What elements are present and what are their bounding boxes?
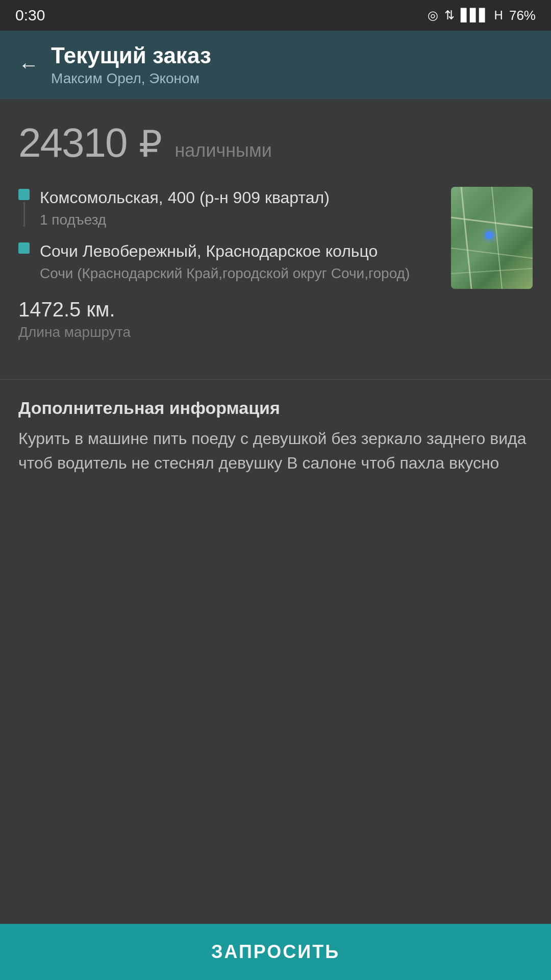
bottom-button-wrap: ЗАПРОСИТЬ [0, 924, 551, 980]
origin-dot [18, 189, 30, 200]
main-content: 24310 ₽ наличными Комсомольская, 400 (р-… [0, 99, 551, 361]
network-type-icon: H [494, 8, 503, 22]
route-destination: Сочи Левобережный, Краснодарское кольцо … [18, 240, 439, 282]
map-roads-svg [451, 187, 533, 289]
section-divider [0, 379, 551, 380]
header: ← Текущий заказ Максим Орел, Эконом [0, 31, 551, 99]
route-origin: Комсомольская, 400 (р-н 909 квартал) 1 п… [18, 187, 439, 228]
svg-line-1 [451, 217, 533, 228]
price-currency: ₽ [139, 122, 162, 165]
origin-icon-wrap [18, 187, 30, 227]
page-title: Текущий заказ [51, 43, 211, 68]
destination-address: Сочи Левобережный, Краснодарское кольцо [40, 240, 439, 262]
additional-info-text: Курить в машине пить поеду с девушкой бе… [18, 426, 533, 475]
status-bar: 0:30 ◎ ⇅ ▋▋▋ H 76% [0, 0, 551, 31]
header-text: Текущий заказ Максим Орел, Эконом [51, 43, 211, 87]
additional-info-title: Дополнительная информация [18, 398, 533, 418]
location-icon: ◎ [428, 8, 438, 22]
price-method: наличными [174, 140, 271, 161]
back-button[interactable]: ← [18, 55, 39, 75]
distance-section: 1472.5 км. Длина маршрута [18, 298, 439, 340]
route-connector-line [23, 202, 25, 227]
origin-info: Комсомольская, 400 (р-н 909 квартал) 1 п… [40, 187, 439, 228]
status-icons: ◎ ⇅ ▋▋▋ H 76% [428, 8, 536, 23]
origin-address: Комсомольская, 400 (р-н 909 квартал) [40, 187, 439, 209]
price-amount: 24310 [18, 119, 127, 166]
request-button[interactable]: ЗАПРОСИТЬ [0, 924, 551, 980]
destination-detail: Сочи (Краснодарский Край,городской округ… [40, 265, 439, 282]
page-subtitle: Максим Орел, Эконом [51, 70, 211, 87]
svg-point-6 [482, 228, 496, 242]
svg-line-4 [451, 268, 533, 274]
distance-value: 1472.5 км. [18, 298, 439, 321]
map-background [451, 187, 533, 289]
distance-label: Длина маршрута [18, 324, 439, 340]
route-map-container: Комсомольская, 400 (р-н 909 квартал) 1 п… [18, 187, 533, 340]
status-time: 0:30 [15, 7, 45, 24]
map-thumbnail[interactable]: ❮ [451, 187, 533, 289]
destination-icon-wrap [18, 240, 30, 254]
signal-bars-icon: ▋▋▋ [461, 8, 488, 22]
route-left: Комсомольская, 400 (р-н 909 квартал) 1 п… [18, 187, 439, 340]
destination-dot [18, 242, 30, 254]
svg-line-2 [451, 248, 533, 258]
signal-arrows-icon: ⇅ [444, 8, 455, 22]
svg-line-0 [461, 187, 471, 289]
origin-detail: 1 подъезд [40, 212, 439, 228]
price-row: 24310 ₽ наличными [18, 119, 533, 166]
destination-info: Сочи Левобережный, Краснодарское кольцо … [40, 240, 439, 282]
battery-level: 76% [509, 8, 536, 23]
additional-info-section: Дополнительная информация Курить в машин… [0, 398, 551, 475]
